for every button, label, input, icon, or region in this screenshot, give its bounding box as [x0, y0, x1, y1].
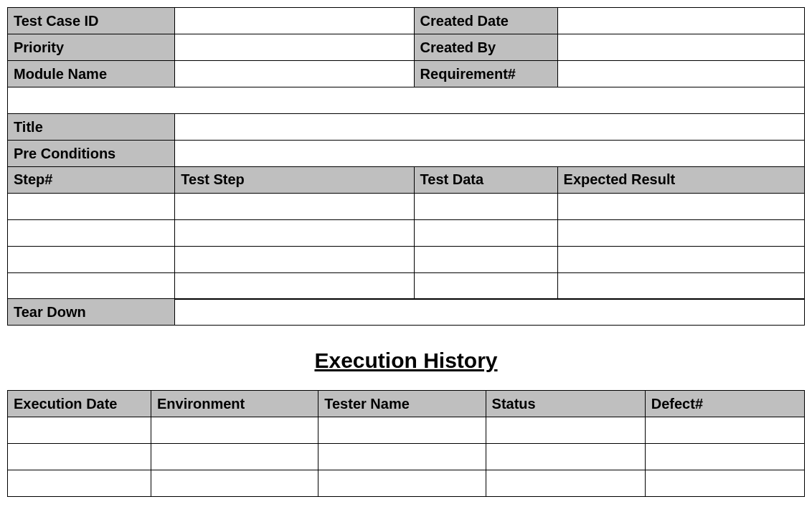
- execution-history-table: Execution Date Environment Tester Name S…: [7, 390, 805, 497]
- section-title-execution-history: Execution History: [7, 348, 805, 373]
- row-preconditions: Pre Conditions: [8, 141, 805, 167]
- cell-stepno: [8, 193, 175, 219]
- exec-row: [8, 444, 805, 470]
- cell-executiondate: [8, 417, 151, 444]
- cell-testername: [318, 470, 486, 497]
- row-testcaseid: Test Case ID Created Date: [8, 8, 805, 34]
- value-createdby: [557, 34, 804, 61]
- value-testcaseid: [175, 8, 414, 34]
- steps-table: Step# Test Step Test Data Expected Resul…: [7, 166, 805, 300]
- step-row: [8, 246, 805, 272]
- cell-expectedresult: [557, 219, 804, 246]
- cell-expectedresult: [557, 246, 804, 272]
- col-status: Status: [486, 391, 645, 417]
- label-title: Title: [8, 114, 175, 141]
- col-environment: Environment: [151, 391, 318, 417]
- step-row: [8, 272, 805, 299]
- label-requirementno: Requirement#: [414, 61, 557, 87]
- cell-expectedresult: [557, 193, 804, 219]
- label-createddate: Created Date: [414, 8, 557, 34]
- value-modulename: [175, 61, 414, 87]
- label-preconditions: Pre Conditions: [8, 141, 175, 167]
- cell-defectno: [645, 417, 804, 444]
- label-teardown: Tear Down: [8, 299, 175, 326]
- col-executiondate: Execution Date: [8, 391, 151, 417]
- cell-environment: [151, 444, 318, 470]
- cell-status: [486, 470, 645, 497]
- cell-teststep: [175, 272, 414, 299]
- cell-testdata: [414, 193, 557, 219]
- step-row: [8, 219, 805, 246]
- exec-row: [8, 470, 805, 497]
- value-title: [175, 114, 805, 141]
- cell-executiondate: [8, 470, 151, 497]
- value-priority: [175, 34, 414, 61]
- value-createddate: [557, 8, 804, 34]
- step-row: [8, 193, 805, 219]
- cell-executiondate: [8, 444, 151, 470]
- cell-teststep: [175, 219, 414, 246]
- teardown-table: Tear Down: [7, 298, 805, 326]
- cell-status: [486, 417, 645, 444]
- col-stepno: Step#: [8, 166, 175, 193]
- cell-stepno: [8, 219, 175, 246]
- row-teardown: Tear Down: [8, 299, 805, 326]
- row-priority: Priority Created By: [8, 34, 805, 61]
- cell-stepno: [8, 246, 175, 272]
- row-modulename: Module Name Requirement#: [8, 61, 805, 87]
- cell-testdata: [414, 246, 557, 272]
- value-preconditions: [175, 141, 805, 167]
- cell-testername: [318, 417, 486, 444]
- label-testcaseid: Test Case ID: [8, 8, 175, 34]
- cell-testdata: [414, 272, 557, 299]
- spacer-cell: [8, 87, 805, 114]
- col-expectedresult: Expected Result: [557, 166, 804, 193]
- label-createdby: Created By: [414, 34, 557, 61]
- steps-header-row: Step# Test Step Test Data Expected Resul…: [8, 166, 805, 193]
- cell-environment: [151, 470, 318, 497]
- cell-expectedresult: [557, 272, 804, 299]
- exec-header-row: Execution Date Environment Tester Name S…: [8, 391, 805, 417]
- cell-teststep: [175, 193, 414, 219]
- cell-stepno: [8, 272, 175, 299]
- col-defectno: Defect#: [645, 391, 804, 417]
- test-case-table: Test Case ID Created Date Priority Creat…: [7, 7, 805, 167]
- row-spacer: [8, 87, 805, 114]
- cell-status: [486, 444, 645, 470]
- col-testdata: Test Data: [414, 166, 557, 193]
- cell-defectno: [645, 444, 804, 470]
- label-modulename: Module Name: [8, 61, 175, 87]
- cell-environment: [151, 417, 318, 444]
- cell-defectno: [645, 470, 804, 497]
- cell-testername: [318, 444, 486, 470]
- exec-row: [8, 417, 805, 444]
- label-priority: Priority: [8, 34, 175, 61]
- col-testername: Tester Name: [318, 391, 486, 417]
- value-teardown: [175, 299, 805, 326]
- value-requirementno: [557, 61, 804, 87]
- col-teststep: Test Step: [175, 166, 414, 193]
- cell-teststep: [175, 246, 414, 272]
- cell-testdata: [414, 219, 557, 246]
- row-title: Title: [8, 114, 805, 141]
